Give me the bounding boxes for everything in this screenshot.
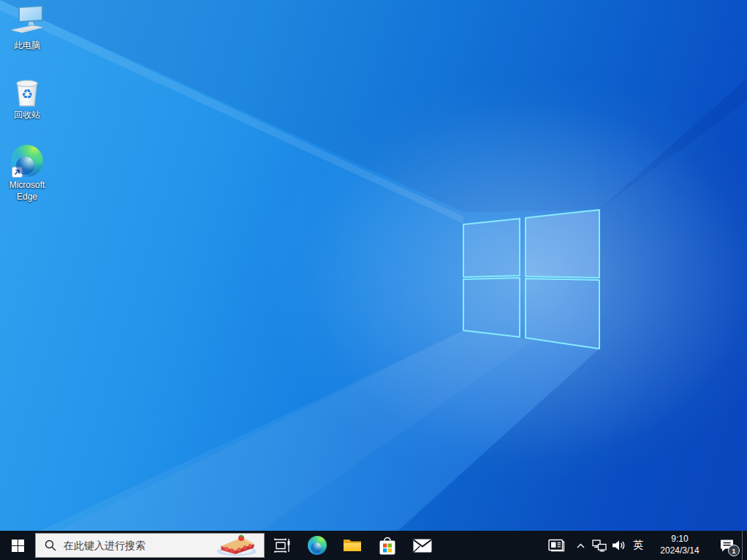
desktop-icon-microsoft-edge[interactable]: Microsoft Edge <box>0 143 54 203</box>
taskbar-mail-button[interactable] <box>405 531 440 560</box>
windows-logo-panes <box>463 210 599 349</box>
taskbar-microsoft-store-button[interactable] <box>370 531 405 560</box>
recycle-bin-icon: ♻ <box>0 73 54 108</box>
windows-logo-wallpaper <box>0 0 747 560</box>
ime-indicator[interactable]: 英 <box>628 531 648 560</box>
task-view-button[interactable] <box>265 531 300 560</box>
system-tray: 英 9:10 2024/3/14 1 <box>541 531 747 560</box>
task-view-icon <box>273 537 291 553</box>
desktop-wallpaper: 此电脑 ♻ 回收站 <box>0 0 747 560</box>
news-and-interests-button[interactable] <box>541 531 572 560</box>
mail-icon <box>413 539 432 553</box>
volume-button[interactable] <box>609 531 628 560</box>
desktop-icon-label: 回收站 <box>0 110 54 121</box>
taskbar-microsoft-edge-button[interactable] <box>300 531 335 560</box>
action-center-button[interactable]: 1 <box>711 531 742 560</box>
hidden-icons-button[interactable] <box>572 531 589 560</box>
file-explorer-icon <box>343 538 362 553</box>
microsoft-edge-icon <box>0 143 54 178</box>
clock-time: 9:10 <box>660 534 699 545</box>
clock-date: 2024/3/14 <box>660 545 699 557</box>
network-icon <box>592 540 607 552</box>
start-button[interactable] <box>0 531 35 560</box>
news-icon <box>547 538 566 553</box>
desktop-icon-recycle-bin[interactable]: ♻ 回收站 <box>0 73 54 121</box>
desktop-icon-this-pc[interactable]: 此电脑 <box>0 4 54 52</box>
this-pc-icon <box>0 4 54 39</box>
windows-start-icon <box>12 540 24 552</box>
network-button[interactable] <box>589 531 609 560</box>
speaker-icon <box>612 540 626 551</box>
show-desktop-button[interactable] <box>742 531 747 560</box>
search-icon <box>45 540 56 551</box>
taskbar-clock[interactable]: 9:10 2024/3/14 <box>648 531 711 560</box>
taskbar-search-box[interactable] <box>35 533 265 558</box>
shortcut-arrow-icon <box>12 167 23 178</box>
svg-text:♻: ♻ <box>21 87 33 102</box>
microsoft-store-icon <box>379 536 396 556</box>
chevron-up-icon <box>577 543 585 548</box>
desktop-icon-label: 此电脑 <box>0 40 54 52</box>
taskbar: 英 9:10 2024/3/14 1 <box>0 531 747 560</box>
microsoft-edge-icon <box>308 536 327 555</box>
taskbar-file-explorer-button[interactable] <box>335 531 370 560</box>
desktop-icon-label: Microsoft Edge <box>4 180 50 203</box>
search-highlight-pie-icon[interactable] <box>209 534 262 559</box>
notification-badge: 1 <box>728 545 740 556</box>
